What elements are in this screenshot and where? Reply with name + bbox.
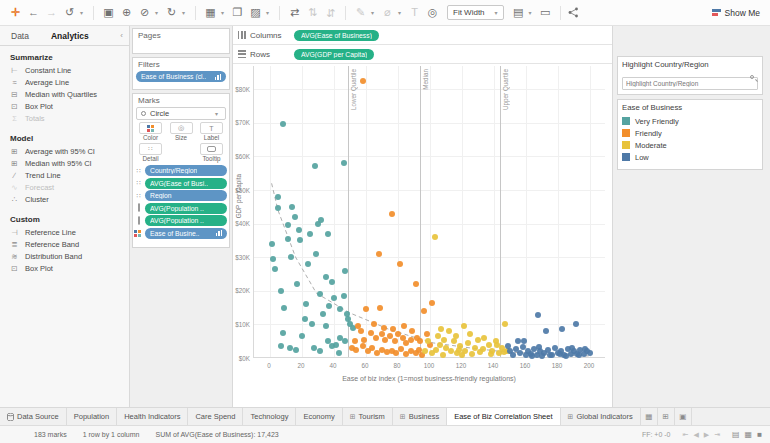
mark-circle[interactable]	[461, 323, 467, 329]
sheet-tab-economy[interactable]: Economy	[296, 408, 342, 425]
mark-circle[interactable]	[361, 337, 367, 343]
marks-pill-avg-population[interactable]: AVG(Population ..	[145, 203, 227, 214]
mark-circle[interactable]	[587, 350, 593, 356]
mark-circle[interactable]	[421, 308, 427, 314]
marks-pill-region[interactable]: Region	[145, 190, 227, 201]
analytics-item-box-plot[interactable]: ⊡Box Plot	[10, 264, 119, 272]
mark-circle[interactable]	[413, 281, 419, 287]
tab-analytics[interactable]: Analytics	[40, 26, 100, 45]
mark-circle[interactable]	[342, 268, 348, 274]
analytics-item-reference-band[interactable]: ≣Reference Band	[10, 240, 119, 248]
tooltip-button[interactable]: Tooltip	[197, 143, 226, 163]
mark-circle[interactable]	[341, 293, 347, 299]
mark-circle[interactable]	[307, 231, 313, 237]
mark-circle[interactable]	[352, 338, 358, 344]
legend-item-low[interactable]: Low	[622, 151, 758, 163]
analytics-item-box-plot[interactable]: ⊡Box Plot	[10, 102, 119, 110]
mark-circle[interactable]	[576, 352, 582, 358]
mark-circle[interactable]	[275, 194, 281, 200]
mark-circle[interactable]	[285, 222, 291, 228]
mark-circle[interactable]	[403, 340, 409, 346]
color-button[interactable]: Color	[136, 122, 165, 142]
mark-circle[interactable]	[331, 295, 337, 301]
mark-circle[interactable]	[557, 351, 563, 357]
mark-circle[interactable]	[392, 338, 398, 344]
mark-circle[interactable]	[389, 211, 395, 217]
fit-selector[interactable]: Fit Width ▾	[447, 5, 504, 20]
rows-shelf[interactable]: Rows AVG(GDP per Capita)	[233, 45, 612, 64]
mark-circle[interactable]	[475, 337, 481, 343]
tab-data[interactable]: Data	[0, 26, 40, 45]
mark-circle[interactable]	[336, 350, 342, 356]
legend-item-friendly[interactable]: Friendly	[622, 127, 758, 139]
mark-circle[interactable]	[272, 266, 278, 272]
mark-circle[interactable]	[459, 352, 465, 358]
show-hide-cards-icon[interactable]: ▤	[511, 5, 526, 20]
mark-circle[interactable]	[278, 288, 284, 294]
clear-sheet-icon[interactable]: ▨	[248, 5, 263, 20]
next-sheet-icon[interactable]: ▶	[704, 431, 709, 439]
show-sheets-view-icon[interactable]: ▦	[745, 430, 753, 439]
marks-pill-avg-population[interactable]: AVG(Population ..	[145, 215, 227, 226]
collapse-pane-icon[interactable]: ‹	[120, 31, 129, 40]
mark-circle[interactable]	[292, 214, 298, 220]
analytics-item-reference-line[interactable]: ⊣Reference Line	[10, 228, 119, 236]
duplicate-sheet-icon[interactable]: ❐	[230, 5, 245, 20]
mark-circle[interactable]	[488, 351, 494, 357]
mark-circle[interactable]	[517, 350, 523, 356]
chevron-down-icon[interactable]: ▾	[529, 9, 535, 16]
mark-circle[interactable]	[469, 351, 475, 357]
columns-shelf[interactable]: Columns AVG(Ease of Business)	[233, 26, 612, 45]
analytics-item-constant-line[interactable]: ⊢Constant Line	[10, 66, 119, 74]
sheet-tab-data-source[interactable]: Data Source	[0, 408, 67, 425]
mark-circle[interactable]	[397, 261, 403, 267]
pages-card[interactable]: Pages	[132, 28, 230, 54]
mark-circle[interactable]	[365, 348, 371, 354]
mark-circle[interactable]	[425, 338, 431, 344]
mark-circle[interactable]	[547, 352, 553, 358]
sheet-tab-technology[interactable]: Technology	[243, 408, 296, 425]
mark-circle[interactable]	[535, 312, 541, 318]
mark-circle[interactable]	[381, 325, 387, 331]
mark-circle[interactable]	[317, 348, 323, 354]
analytics-item-average-line[interactable]: ≈Average Line	[10, 78, 119, 86]
sheet-tab-global-indicators[interactable]: ⊞Global Indicators	[561, 408, 641, 425]
presentation-mode-icon[interactable]: ▭	[538, 5, 553, 20]
mark-circle[interactable]	[429, 300, 435, 306]
pause-auto-updates-icon[interactable]: ⊘	[137, 5, 152, 20]
analytics-item-trend-line[interactable]: ∕Trend Line	[10, 171, 119, 179]
share-icon[interactable]	[568, 7, 579, 18]
rows-pill[interactable]: AVG(GDP per Capita)	[294, 49, 374, 60]
marks-pill-country-region[interactable]: Country/Region	[145, 165, 227, 176]
new-data-source-icon[interactable]: ⊕	[119, 5, 134, 20]
last-sheet-icon[interactable]: ⇥	[714, 431, 720, 439]
analytics-item-median-with-quartiles[interactable]: ⊟Median with Quartiles	[10, 90, 119, 98]
mark-circle[interactable]	[317, 291, 323, 297]
analytics-item-distribution-band[interactable]: ≋Distribution Band	[10, 252, 119, 260]
mark-circle[interactable]	[285, 236, 291, 242]
mark-circle[interactable]	[441, 337, 447, 343]
new-dashboard-button[interactable]: ⊞	[658, 408, 675, 425]
mark-type-dropdown[interactable]: Circle ▾	[136, 107, 226, 120]
mark-circle[interactable]	[413, 350, 419, 356]
sheet-tab-business[interactable]: ⊞Business	[393, 408, 447, 425]
mark-circle[interactable]	[373, 335, 379, 341]
legend-item-moderate[interactable]: Moderate	[622, 139, 758, 151]
mark-circle[interactable]	[429, 350, 435, 356]
size-button[interactable]: ◎Size	[167, 122, 196, 142]
sheet-tab-care-spend[interactable]: Care Spend	[188, 408, 243, 425]
mark-circle[interactable]	[486, 342, 492, 348]
swap-rows-columns-icon[interactable]: ⇄	[287, 5, 302, 20]
mark-circle[interactable]	[432, 234, 438, 240]
first-sheet-icon[interactable]: ⇤	[683, 431, 689, 439]
columns-pill[interactable]: AVG(Ease of Business)	[294, 30, 379, 41]
mark-circle[interactable]	[293, 347, 299, 353]
new-story-button[interactable]: ▣	[675, 408, 692, 425]
tableau-logo-icon[interactable]: ✛	[8, 5, 23, 20]
mark-circle[interactable]	[382, 337, 388, 343]
show-filmstrip-view-icon[interactable]: ■	[757, 430, 762, 439]
mark-circle[interactable]	[563, 353, 569, 359]
mark-circle[interactable]	[510, 352, 516, 358]
sheet-tab-ease-of-biz-correlation-sheet[interactable]: Ease of Biz Correlation Sheet	[447, 408, 560, 425]
revert-icon[interactable]: ↺	[62, 5, 77, 20]
